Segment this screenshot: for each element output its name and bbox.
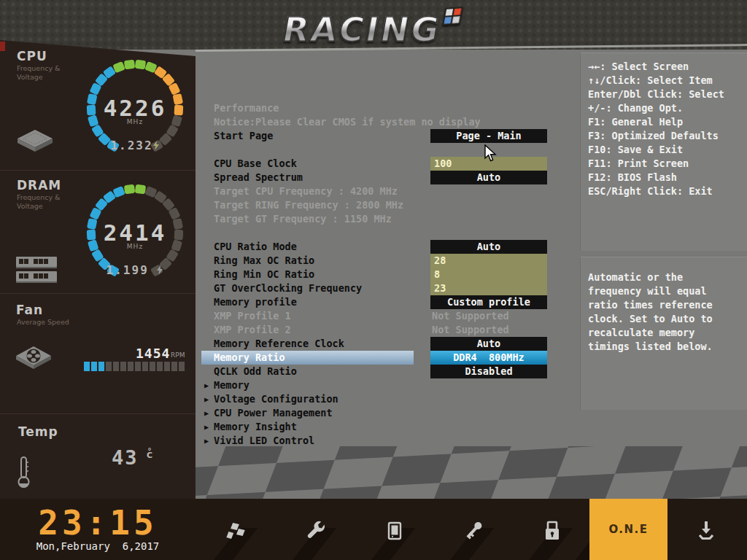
dram-voltage-value: 1.199: [107, 263, 149, 277]
setting-value[interactable]: Disabled: [430, 365, 547, 378]
setting-label: CPU Ratio Mode: [214, 240, 297, 254]
fan-bar-segment: [98, 362, 104, 371]
setting-label: Memory: [214, 378, 249, 392]
ram-sticks-icon: [16, 257, 57, 284]
setting-value[interactable]: 28: [430, 254, 547, 268]
one-tab-label: O.N.E: [608, 523, 648, 536]
fan-bar-segment: [150, 362, 155, 371]
temp-section-title: Temp: [18, 424, 58, 439]
setting-value[interactable]: Custom profile: [430, 295, 547, 309]
help-key-line: F1: General Help: [588, 115, 747, 129]
dram-frequency-unit: MHz: [84, 243, 186, 250]
setting-label: QCLK Odd Ratio: [214, 365, 297, 378]
hardware-monitor-sidebar: CPU Frequency & Voltage 4226 MHz 1.232 D…: [0, 40, 196, 499]
setting-label: Memory Reference Clock: [214, 337, 344, 351]
help-keys-panel: →←: Select Screen↑↓/Click: Select ItemEn…: [580, 52, 747, 251]
setting-label: GT OverClocking Frequency: [214, 281, 362, 295]
fan-bar-segment: [157, 362, 163, 371]
cpu-frequency-value: 4226: [84, 95, 186, 121]
help-key-line: →←: Select Screen: [588, 60, 747, 74]
bios-screen: RACING Performance Notice:Please Clear C…: [0, 0, 747, 560]
tree-expand-icon: ▶: [204, 378, 209, 392]
setting-label: Memory Ratio: [214, 351, 285, 365]
fan-bar-segment: [120, 362, 126, 371]
help-key-line: ↑↓/Click: Select Item: [588, 74, 747, 88]
help-key-line: F3: Optimized Defaults: [588, 129, 747, 143]
fan-bar-segment: [179, 362, 185, 371]
setting-value[interactable]: Not Supported: [430, 323, 549, 337]
clock-time: 23:15: [0, 503, 196, 542]
help-description-panel: Automatic or the frequency will equal ra…: [580, 257, 747, 410]
fan-bar-segment: [91, 362, 97, 371]
dram-monitor-section: DRAM Frequency & Voltage 2414 MHz 1.199: [0, 170, 196, 294]
dram-frequency-value: 2414: [84, 219, 186, 246]
setting-value[interactable]: 23: [430, 281, 547, 295]
tree-expand-icon: ▶: [204, 406, 209, 420]
setting-label: Spread Spectrum: [214, 171, 303, 184]
fan-bar-segment: [106, 362, 112, 371]
fan-bar-segment: [142, 362, 148, 371]
setting-value[interactable]: Auto: [430, 171, 547, 184]
checkered-flag-watermark: [196, 446, 747, 499]
clock-date: Mon,February 6,2017: [0, 540, 196, 552]
setting-label: Performance: [214, 101, 279, 115]
setting-label: Voltage Configuration: [214, 392, 338, 406]
help-key-line: +/-: Change Opt.: [588, 101, 747, 115]
help-key-line: F12: BIOS Flash: [588, 171, 747, 184]
setting-label: Ring Max OC Ratio: [214, 254, 314, 268]
setting-value[interactable]: Auto: [430, 240, 547, 254]
cpu-voltage: 1.232: [84, 139, 186, 152]
setting-label: Vivid LED Control: [214, 434, 314, 448]
setting-label: CPU Power Management: [214, 406, 333, 420]
fan-bar-segment: [135, 362, 141, 371]
temp-monitor-section: Temp 43 ° C: [0, 413, 196, 499]
cpu-section-title: CPU: [17, 49, 47, 63]
cpu-section-subtitle: Frequency & Voltage: [17, 64, 74, 82]
dram-section-title: DRAM: [17, 178, 61, 192]
setting-value[interactable]: Auto: [430, 337, 547, 351]
cpu-chip-icon: [18, 130, 53, 156]
setting-value[interactable]: Page - Main: [430, 129, 547, 143]
fan-speed-bar: [84, 362, 185, 371]
fan-bar-segment: [113, 362, 119, 371]
temp-unit: ° C: [147, 449, 152, 458]
mouse-cursor: [484, 144, 498, 163]
lock-icon[interactable]: [540, 518, 565, 543]
settings-row[interactable]: ▶ Memory Insight: [196, 420, 747, 434]
setting-value[interactable]: DDR4 800MHz: [430, 351, 547, 365]
setting-label: Start Page: [214, 129, 273, 143]
help-key-line: F10: Save & Exit: [588, 143, 747, 157]
setting-value[interactable]: Not Supported: [430, 309, 549, 323]
key-icon[interactable]: [461, 518, 486, 543]
setting-label: Target GT Frequency : 1150 MHz: [214, 212, 392, 226]
fan-icon: [16, 346, 51, 373]
dram-section-subtitle: Frequency & Voltage: [17, 193, 74, 211]
wrench-icon[interactable]: [303, 518, 328, 543]
memory-device-icon[interactable]: [382, 518, 407, 543]
setting-label: XMP Profile 2: [214, 323, 291, 337]
help-key-line: ESC/Right Click: Exit: [588, 184, 747, 198]
settings-panel: Performance Notice:Please Clear CMOS if …: [196, 50, 747, 499]
fan-bar-segment: [164, 362, 170, 371]
dram-voltage-bolt-icon: [157, 265, 163, 275]
settings-row[interactable]: ▶ Vivid LED Control: [196, 434, 747, 448]
setting-value[interactable]: 8: [430, 268, 547, 281]
fan-rpm-unit: RPM: [171, 351, 185, 359]
racing-flag-icon[interactable]: [225, 518, 249, 543]
download-icon[interactable]: [694, 518, 719, 543]
temp-value: 43: [112, 446, 139, 469]
one-tab[interactable]: O.N.E: [589, 499, 667, 560]
temp-unit-letter: C: [147, 454, 152, 458]
cpu-voltage-bolt-icon: [153, 141, 160, 150]
setting-label: XMP Profile 1: [214, 309, 291, 323]
help-description-text: Automatic or the frequency will equal ra…: [588, 271, 740, 354]
cpu-voltage-value: 1.232: [110, 139, 152, 152]
racing-logo-text: RACING: [279, 9, 444, 49]
header-banner: RACING: [0, 0, 747, 50]
fan-bar-segment: [84, 362, 90, 371]
cpu-frequency-unit: MHz: [84, 118, 186, 125]
bottom-toolbar: 23:15 Mon,February 6,2017: [0, 499, 747, 560]
help-key-line: F11: Print Screen: [588, 157, 747, 171]
setting-label: Memory profile: [214, 295, 297, 309]
fan-section-subtitle: Average Speed: [17, 318, 74, 327]
